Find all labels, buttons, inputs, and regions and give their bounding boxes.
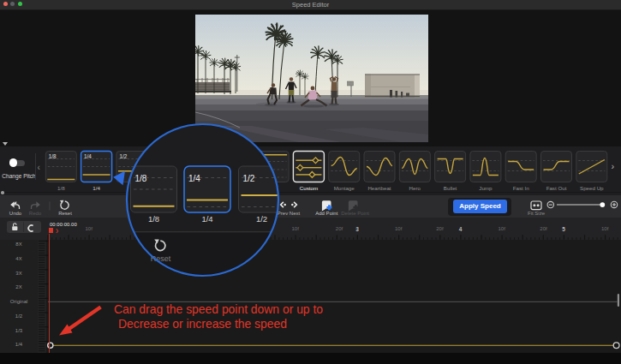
svg-text:1/8: 1/8 (135, 174, 147, 183)
svg-text:1/2: 1/2 (243, 174, 255, 183)
svg-text:1/8: 1/8 (148, 214, 159, 224)
svg-text:1/4: 1/4 (188, 174, 200, 183)
svg-text:1/4: 1/4 (201, 214, 212, 224)
svg-text:1/2: 1/2 (256, 214, 267, 224)
